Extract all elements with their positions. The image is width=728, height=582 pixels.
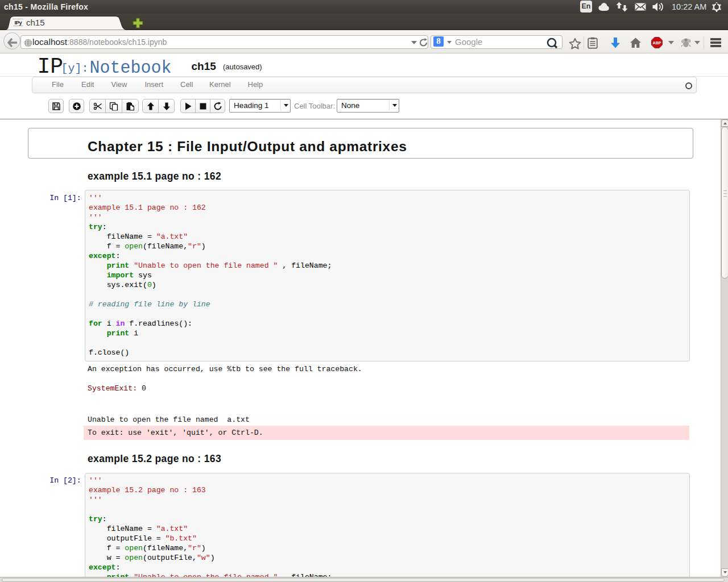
- svg-text:ABP: ABP: [653, 41, 661, 45]
